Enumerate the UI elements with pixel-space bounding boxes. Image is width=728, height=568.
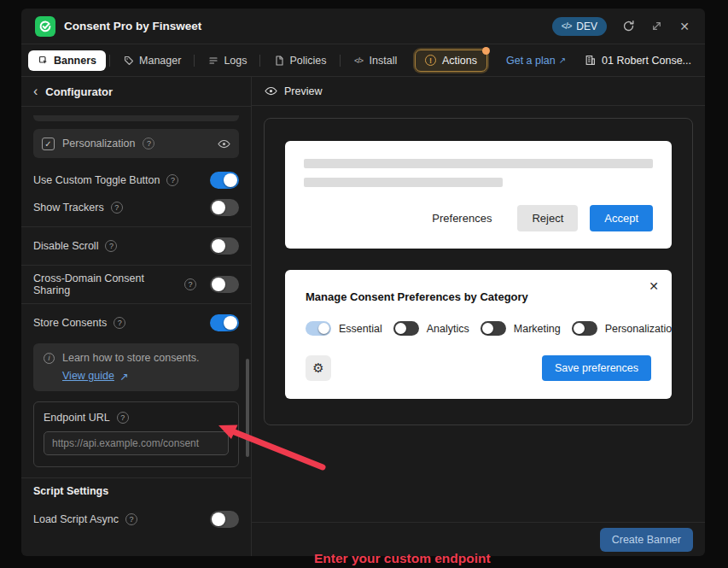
tab-separator <box>194 55 195 67</box>
setting-row: Cross-Domain Consent Sharing ? <box>33 271 239 298</box>
consent-banner-preview: Preferences Reject Accept <box>285 141 672 249</box>
actions-button[interactable]: ! Actions <box>415 50 487 72</box>
app-window: Consent Pro by Finsweet </> DEV ✕ <box>21 9 705 556</box>
help-icon[interactable]: ? <box>125 513 137 525</box>
tab-banners[interactable]: Banners <box>28 50 106 71</box>
endpoint-group: Endpoint URL ? <box>33 401 239 467</box>
reject-button[interactable]: Reject <box>517 205 578 231</box>
sidebar-title: Configurator <box>45 85 113 98</box>
tab-separator <box>340 55 341 67</box>
preview-title: Preview <box>284 85 322 97</box>
toggle-disable-scroll[interactable] <box>210 237 239 255</box>
setting-row: Load Script Async ? <box>33 506 239 533</box>
toggle-use-custom-toggle-button[interactable] <box>210 172 239 189</box>
help-icon[interactable]: ? <box>105 240 117 252</box>
app-title: Consent Pro by Finsweet <box>64 20 201 32</box>
endpoint-url-input[interactable] <box>44 431 229 455</box>
logs-icon <box>207 55 218 66</box>
modal-title: Manage Consent Preferences by Category <box>306 290 651 303</box>
annotation-text: Enter your custom endpoint <box>314 551 491 566</box>
scrolled-row-remnant <box>33 115 239 121</box>
divider <box>21 265 251 266</box>
accept-button[interactable]: Accept <box>590 205 653 231</box>
preferences-link[interactable]: Preferences <box>432 212 492 225</box>
configurator-sidebar: ‹ Configurator ✓ Personalization ? <box>21 77 252 556</box>
toggle-analytics[interactable] <box>393 321 419 336</box>
preview-panel: Preferences Reject Accept ✕ Manage Conse… <box>264 118 693 425</box>
dev-badge[interactable]: </> DEV <box>552 17 607 36</box>
skeleton-text-line <box>304 178 503 187</box>
help-icon[interactable]: ? <box>166 174 178 186</box>
warning-icon: ! <box>425 55 436 66</box>
create-banner-button[interactable]: Create Banner <box>600 528 693 552</box>
titlebar: Consent Pro by Finsweet </> DEV ✕ <box>21 9 705 44</box>
help-icon[interactable]: ? <box>117 412 129 424</box>
code-icon: </> <box>353 55 364 66</box>
tab-policies[interactable]: Policies <box>264 50 335 71</box>
workspace-label: 01 Robert Conse... <box>602 55 691 67</box>
toggle-store-consents[interactable] <box>210 314 239 331</box>
workspace-selector[interactable]: 01 Robert Conse... <box>585 55 691 67</box>
category-personalization: Personalization <box>572 321 678 336</box>
tab-install[interactable]: </> Install <box>344 50 407 71</box>
external-link-icon: ↗ <box>119 370 128 383</box>
tab-manager[interactable]: Manager <box>114 50 190 71</box>
get-plan-link[interactable]: Get a plan ↗ <box>506 55 566 67</box>
toggle-cross-domain-sharing[interactable] <box>210 276 239 293</box>
back-button[interactable]: ‹ <box>33 85 38 98</box>
store-consents-info-box: i Learn how to store consents. View guid… <box>33 343 239 391</box>
category-essential: Essential <box>306 321 382 336</box>
setting-row: Use Custom Toggle Button ? <box>33 167 239 194</box>
toggle-show-trackers[interactable] <box>210 199 239 216</box>
eye-icon[interactable] <box>218 138 230 150</box>
eye-icon <box>265 85 277 97</box>
refresh-button[interactable] <box>621 20 635 33</box>
preview-pane: Preview Preferences Reject Accept ✕ <box>252 77 705 556</box>
navbar: Banners Manager <box>21 44 705 77</box>
save-preferences-button[interactable]: Save preferences <box>542 355 651 381</box>
toggle-essential[interactable] <box>306 321 331 336</box>
script-settings-title: Script Settings <box>33 485 239 497</box>
tab-separator <box>259 55 260 67</box>
divider <box>21 226 251 227</box>
help-icon[interactable]: ? <box>111 202 123 214</box>
skeleton-text-line <box>304 159 653 168</box>
close-icon[interactable]: ✕ <box>649 279 659 293</box>
sidebar-scrollbar-thumb[interactable] <box>246 359 249 457</box>
resize-icon[interactable] <box>649 20 663 33</box>
document-icon <box>273 55 284 66</box>
info-icon: i <box>44 353 55 364</box>
view-guide-link[interactable]: View guide ↗ <box>62 370 128 383</box>
external-link-icon: ↗ <box>559 56 566 65</box>
divider <box>21 303 251 304</box>
category-row-personalization: ✓ Personalization ? <box>33 129 239 158</box>
help-icon[interactable]: ? <box>184 278 196 290</box>
notification-dot <box>482 47 490 55</box>
help-icon[interactable]: ? <box>143 138 154 149</box>
tab-separator <box>109 55 110 67</box>
toggle-load-script-async[interactable] <box>210 511 239 528</box>
banner-icon <box>38 55 49 66</box>
setting-row: Show Trackers ? <box>33 194 239 221</box>
toggle-marketing[interactable] <box>480 321 506 336</box>
tag-icon <box>123 55 134 66</box>
gear-icon[interactable]: ⚙ <box>306 355 331 381</box>
tab-logs[interactable]: Logs <box>198 50 256 71</box>
category-analytics: Analytics <box>393 321 469 336</box>
category-marketing: Marketing <box>480 321 561 336</box>
setting-row: Disable Scroll ? <box>33 232 239 260</box>
toggle-personalization[interactable] <box>572 321 597 336</box>
help-icon[interactable]: ? <box>114 317 125 329</box>
preferences-modal-preview: ✕ Manage Consent Preferences by Category… <box>285 270 672 399</box>
building-icon <box>585 55 596 66</box>
divider <box>21 477 251 478</box>
code-icon: </> <box>562 21 571 31</box>
close-icon[interactable]: ✕ <box>678 20 691 33</box>
setting-row: Store Consents ? <box>33 309 239 337</box>
personalization-checkbox[interactable]: ✓ <box>42 138 55 150</box>
finsweet-logo <box>35 16 55 37</box>
